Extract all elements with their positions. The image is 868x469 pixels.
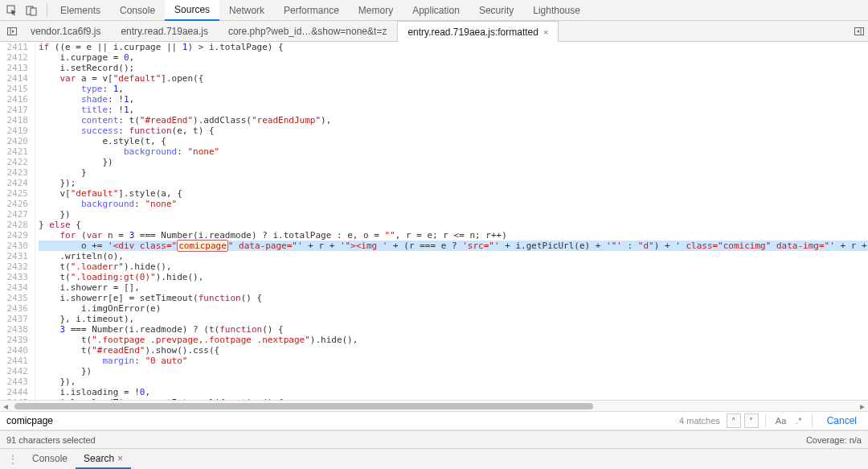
scroll-right-icon[interactable]: ▸ bbox=[857, 401, 868, 412]
close-icon[interactable]: × bbox=[543, 27, 548, 37]
panel-tabs: ElementsConsoleSourcesNetworkPerformance… bbox=[51, 0, 590, 21]
coverage-status: Coverage: n/a bbox=[806, 435, 862, 445]
file-tab[interactable]: entry.read.719aea.js:formatted× bbox=[397, 21, 559, 42]
file-tab-label: entry.read.719aea.js:formatted bbox=[407, 27, 538, 38]
code-line[interactable]: for (var n = 3 === Number(i.readmode) ? … bbox=[39, 230, 868, 241]
code-line[interactable]: i.showerr[e] = setTimeout(function() { bbox=[39, 293, 868, 303]
code-line[interactable]: t(".footpage .prevpage,.footpage .nextpa… bbox=[39, 335, 868, 345]
code-line[interactable]: i.showerr = [], bbox=[39, 282, 868, 293]
code-line[interactable]: 3 === Number(i.readmode) ? (t(function()… bbox=[39, 324, 868, 335]
svg-marker-5 bbox=[12, 30, 14, 33]
code-line[interactable]: t(".loaderr").hide(), bbox=[39, 261, 868, 272]
file-tab[interactable]: core.php?web_id…&show=none&t=z bbox=[219, 21, 397, 41]
next-match-button[interactable]: ˅ bbox=[744, 413, 759, 428]
code-line[interactable]: }) bbox=[39, 209, 868, 220]
debugger-toggle-icon[interactable] bbox=[850, 21, 868, 41]
file-tabs: vendor.1ca6f9.jsentry.read.719aea.jscore… bbox=[0, 21, 868, 42]
code-line[interactable]: i.setRecord(); bbox=[39, 63, 868, 73]
code-line[interactable]: t("#readEnd").show().css({ bbox=[39, 345, 868, 356]
tab-lighthouse[interactable]: Lighthouse bbox=[523, 0, 590, 21]
code-line[interactable]: o += '<div class="comicpage" data-page="… bbox=[39, 241, 868, 251]
case-sensitive-toggle[interactable]: Aa bbox=[772, 416, 789, 426]
code-line[interactable]: }), bbox=[39, 376, 868, 387]
tab-application[interactable]: Application bbox=[403, 0, 469, 21]
tab-elements[interactable]: Elements bbox=[51, 0, 110, 21]
file-tab-label: entry.read.719aea.js bbox=[121, 26, 208, 37]
selection-status: 91 characters selected bbox=[6, 435, 96, 445]
svg-rect-2 bbox=[31, 8, 36, 15]
code-line[interactable]: shade: !1, bbox=[39, 94, 868, 105]
file-tab[interactable]: entry.read.719aea.js bbox=[111, 21, 219, 41]
devtools-toolbar: ElementsConsoleSourcesNetworkPerformance… bbox=[0, 0, 868, 21]
code-line[interactable]: }) bbox=[39, 366, 868, 376]
scroll-left-icon[interactable]: ◂ bbox=[0, 401, 11, 412]
code-line[interactable]: if ((e = e || i.curpage || 1) > i.totalP… bbox=[39, 42, 868, 52]
navigator-toggle-icon[interactable] bbox=[3, 21, 21, 41]
code-line[interactable]: }, i.timeout), bbox=[39, 314, 868, 324]
drawer-tab-console[interactable]: Console bbox=[24, 450, 76, 469]
match-count: 4 matches bbox=[679, 416, 720, 426]
drawer-tab-search[interactable]: Search× bbox=[76, 450, 131, 469]
code-line[interactable]: }); bbox=[39, 178, 868, 188]
regex-toggle[interactable]: .* bbox=[792, 416, 805, 426]
file-tab[interactable]: vendor.1ca6f9.js bbox=[21, 21, 111, 41]
horizontal-scrollbar[interactable]: ◂ ▸ bbox=[0, 400, 868, 411]
code-line[interactable]: success: function(e, t) { bbox=[39, 125, 868, 136]
tab-network[interactable]: Network bbox=[219, 0, 274, 21]
file-tab-label: core.php?web_id…&show=none&t=z bbox=[228, 26, 387, 37]
code-line[interactable]: i.curpage = 0, bbox=[39, 52, 868, 63]
code-line[interactable]: type: 1, bbox=[39, 84, 868, 94]
code-line[interactable]: content: t("#readEnd").addClass("readEnd… bbox=[39, 115, 868, 125]
divider bbox=[47, 4, 47, 17]
find-bar: 4 matches ˄ ˅ Aa .* Cancel bbox=[0, 411, 868, 430]
code-line[interactable]: background: "none" bbox=[39, 199, 868, 209]
code-line[interactable]: title: !1, bbox=[39, 105, 868, 115]
code-line[interactable]: .writeln(o), bbox=[39, 251, 868, 261]
line-gutter: 2411241224132414241524162417241824192420… bbox=[0, 42, 35, 400]
cancel-button[interactable]: Cancel bbox=[819, 415, 865, 426]
code-line[interactable]: } bbox=[39, 167, 868, 178]
tab-security[interactable]: Security bbox=[469, 0, 523, 21]
status-bar: 91 characters selected Coverage: n/a bbox=[0, 430, 868, 448]
search-input[interactable] bbox=[3, 413, 676, 428]
prev-match-button[interactable]: ˄ bbox=[727, 413, 741, 428]
tab-memory[interactable]: Memory bbox=[349, 0, 403, 21]
code-line[interactable]: i.imgOnError(e) bbox=[39, 303, 868, 314]
code-line[interactable]: background: "none" bbox=[39, 146, 868, 157]
divider bbox=[765, 414, 766, 427]
scroll-thumb[interactable] bbox=[14, 403, 593, 409]
device-toggle-icon[interactable] bbox=[24, 3, 39, 18]
tab-console[interactable]: Console bbox=[110, 0, 165, 21]
code-line[interactable]: }) bbox=[39, 157, 868, 167]
divider bbox=[812, 414, 813, 427]
code-line[interactable]: t(".loading:gt(0)").hide(), bbox=[39, 272, 868, 282]
code-line[interactable]: margin: "0 auto" bbox=[39, 356, 868, 366]
file-tab-label: vendor.1ca6f9.js bbox=[31, 26, 100, 37]
code-editor[interactable]: 2411241224132414241524162417241824192420… bbox=[0, 42, 868, 400]
drawer-tabs: ⋮ ConsoleSearch× bbox=[0, 448, 868, 469]
close-icon[interactable]: × bbox=[117, 453, 123, 464]
code-line[interactable]: } else { bbox=[39, 220, 868, 230]
svg-marker-8 bbox=[857, 30, 859, 33]
code-line[interactable]: var a = v["default"].open({ bbox=[39, 73, 868, 84]
drawer-menu-icon[interactable]: ⋮ bbox=[5, 454, 21, 465]
code-line[interactable]: v["default"].style(a, { bbox=[39, 188, 868, 199]
code-line[interactable]: i.lazyloadTimer = setInterval(function()… bbox=[39, 397, 868, 400]
tab-performance[interactable]: Performance bbox=[274, 0, 349, 21]
code-content[interactable]: if ((e = e || i.curpage || 1) > i.totalP… bbox=[35, 42, 868, 400]
tab-sources[interactable]: Sources bbox=[165, 0, 219, 21]
code-line[interactable]: i.isloading = !0, bbox=[39, 387, 868, 397]
code-line[interactable]: e.style(t, { bbox=[39, 136, 868, 146]
inspect-icon[interactable] bbox=[5, 3, 19, 18]
